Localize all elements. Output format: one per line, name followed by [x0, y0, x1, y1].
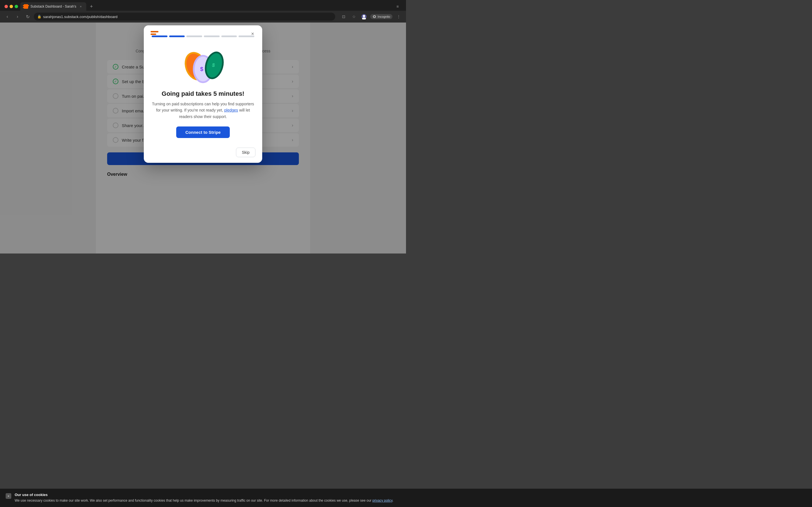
tab-title: Substack Dashboard - Sarah's [31, 4, 76, 8]
profile-icon[interactable] [360, 13, 368, 20]
traffic-lights [4, 5, 18, 8]
modal-dialog: × $ $ [144, 25, 262, 163]
tab-close-button[interactable]: × [79, 4, 83, 9]
modal-overlay: × $ $ [0, 22, 406, 253]
coin-illustration: $ $ $ [175, 45, 231, 84]
cast-icon: ⊡ [340, 13, 348, 20]
modal-body: Turning on paid subscriptions can help y… [152, 101, 254, 120]
reload-button[interactable]: ↻ [24, 13, 32, 20]
svg-point-3 [374, 16, 375, 17]
browser-tab[interactable]: Substack Dashboard - Sarah's × [20, 2, 86, 11]
url-bar[interactable]: 🔒 sarahjonas1.substack.com/publish/dashb… [34, 13, 335, 20]
svg-text:$: $ [200, 66, 203, 72]
page-content: 🎉 Welcome to your Substack dashboard! Co… [0, 22, 406, 253]
menu-button[interactable]: ⋮ [395, 13, 403, 20]
lock-icon: 🔒 [37, 15, 42, 18]
tab-favicon [24, 4, 28, 9]
modal-heading: Going paid takes 5 minutes! [161, 90, 244, 98]
back-button[interactable]: ‹ [3, 13, 11, 20]
minimize-window-button[interactable] [10, 5, 13, 8]
modal-logo [151, 31, 160, 40]
pledges-link[interactable]: pledges [224, 108, 238, 112]
progress-step-3 [186, 36, 202, 37]
skip-button[interactable]: Skip [236, 148, 255, 157]
maximize-window-button[interactable] [15, 5, 18, 8]
bookmark-icon[interactable]: ☆ [350, 13, 358, 20]
svg-point-1 [363, 15, 365, 17]
modal-body-text: Turning on paid subscriptions can help y… [152, 102, 254, 112]
progress-bar [152, 36, 254, 37]
incognito-badge: Incognito [370, 14, 393, 19]
progress-step-5 [221, 36, 237, 37]
browser-chrome: Substack Dashboard - Sarah's × + ≡ ‹ › ↻… [0, 0, 406, 22]
close-window-button[interactable] [4, 5, 8, 8]
address-bar: ‹ › ↻ 🔒 sarahjonas1.substack.com/publish… [0, 11, 406, 22]
tabs-menu-button[interactable]: ≡ [394, 3, 402, 10]
browser-actions: ⊡ ☆ Incognito ⋮ [340, 13, 403, 20]
connect-stripe-button[interactable]: Connect to Stripe [176, 126, 230, 138]
new-tab-button[interactable]: + [87, 3, 95, 10]
progress-step-2 [169, 36, 185, 37]
progress-step-4 [204, 36, 220, 37]
tab-bar: Substack Dashboard - Sarah's × + ≡ [0, 0, 406, 11]
incognito-label: Incognito [377, 15, 390, 18]
modal-close-button[interactable]: × [249, 30, 257, 38]
url-text: sarahjonas1.substack.com/publish/dashboa… [43, 15, 117, 19]
forward-button[interactable]: › [13, 13, 21, 20]
